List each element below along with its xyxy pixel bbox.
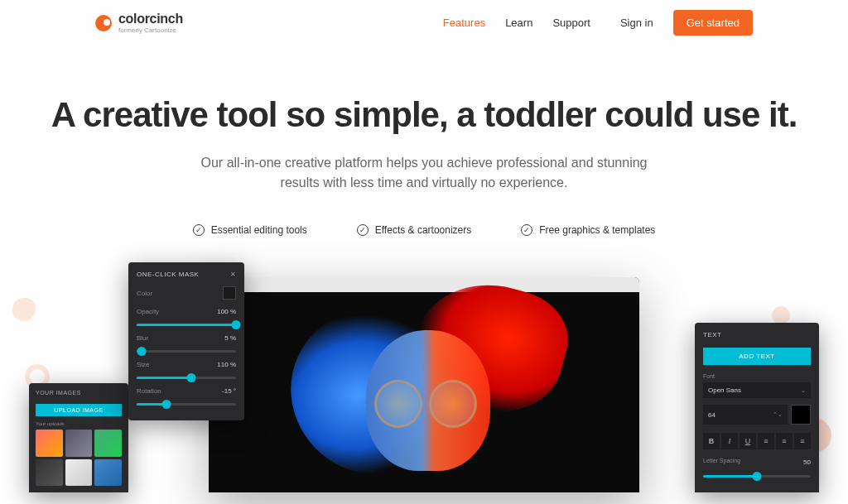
portrait-artwork — [267, 285, 581, 492]
feature-list: Essential editing tools Effects & cartoo… — [50, 224, 798, 236]
mask-color-label: Color — [137, 290, 152, 297]
logo[interactable]: colorcinch formerly Cartoonize — [95, 12, 183, 34]
upload-image-button[interactable]: UPLOAD IMAGE — [36, 404, 122, 416]
mask-rotation-label: Rotation — [137, 387, 161, 395]
image-thumbnail[interactable] — [65, 430, 93, 457]
bold-button[interactable]: B — [703, 433, 720, 449]
close-icon[interactable]: ✕ — [230, 271, 237, 278]
rotation-slider[interactable] — [137, 403, 236, 406]
check-icon — [521, 224, 532, 236]
font-select[interactable]: Open Sans ⌄ — [703, 382, 811, 398]
feature-label: Free graphics & templates — [539, 224, 655, 236]
mask-size-value: 110 % — [217, 361, 236, 368]
feature-label: Essential editing tools — [211, 224, 307, 236]
canvas[interactable] — [209, 292, 639, 492]
chevron-down-icon: ⌄ — [801, 387, 806, 394]
italic-button[interactable]: I — [721, 433, 738, 449]
nav-learn[interactable]: Learn — [505, 17, 532, 29]
hero-title: A creative tool so simple, a toddler cou… — [50, 95, 798, 135]
main-nav: Features Learn Support Sign in Get start… — [443, 10, 753, 36]
hero-subtitle: Our all-in-one creative platform helps y… — [192, 153, 656, 193]
site-header: colorcinch formerly Cartoonize Features … — [0, 0, 848, 46]
images-panel: YOUR IMAGES UPLOAD IMAGE Your uploads — [29, 383, 128, 492]
font-size-input[interactable]: 64 ⌃⌄ — [703, 405, 788, 425]
letter-spacing-slider[interactable] — [703, 475, 811, 478]
mask-opacity-label: Opacity — [137, 308, 159, 315]
align-right-button[interactable]: ≡ — [794, 433, 811, 449]
feature-item: Effects & cartoonizers — [357, 224, 472, 236]
text-panel: TEXT ADD TEXT Font Open Sans ⌄ 64 ⌃⌄ B I… — [695, 323, 819, 492]
get-started-button[interactable]: Get started — [673, 10, 753, 36]
image-thumbnail[interactable] — [36, 459, 63, 487]
mask-panel: ONE-CLICK MASK ✕ Color Opacity100 % Blur… — [128, 262, 244, 420]
font-size-value: 64 — [708, 411, 716, 419]
mask-opacity-value: 100 % — [217, 308, 236, 315]
opacity-slider[interactable] — [137, 324, 236, 326]
color-swatch[interactable] — [223, 286, 236, 300]
mask-size-label: Size — [137, 361, 150, 368]
image-thumbnail[interactable] — [65, 459, 93, 487]
align-left-button[interactable]: ≡ — [758, 433, 774, 449]
image-thumbnail[interactable] — [94, 430, 122, 457]
feature-label: Effects & cartoonizers — [375, 224, 472, 236]
thumbnail-grid — [36, 430, 122, 486]
underline-button[interactable]: U — [740, 433, 756, 449]
nav-features[interactable]: Features — [443, 17, 485, 29]
add-text-button[interactable]: ADD TEXT — [703, 348, 811, 365]
editor-canvas-window — [209, 277, 639, 492]
images-panel-title: YOUR IMAGES — [36, 390, 122, 396]
check-icon — [357, 224, 369, 236]
nav-signin[interactable]: Sign in — [620, 17, 653, 29]
size-slider[interactable] — [137, 377, 236, 379]
hero-section: A creative tool so simple, a toddler cou… — [0, 95, 848, 236]
check-icon — [193, 224, 205, 236]
brand-name: colorcinch — [118, 12, 183, 26]
nav-support[interactable]: Support — [552, 17, 590, 29]
stepper-icon: ⌃⌄ — [773, 411, 783, 418]
blur-slider[interactable] — [137, 350, 236, 353]
mask-rotation-value: -15 ° — [222, 387, 236, 395]
logo-icon — [95, 15, 112, 31]
image-thumbnail[interactable] — [94, 459, 122, 487]
letter-spacing-value: 50 — [803, 458, 811, 466]
uploads-label: Your uploads — [36, 421, 122, 426]
feature-item: Essential editing tools — [193, 224, 307, 236]
mask-panel-title: ONE-CLICK MASK — [137, 271, 199, 278]
mask-blur-label: Blur — [137, 334, 148, 342]
feature-item: Free graphics & templates — [521, 224, 655, 236]
mask-blur-value: 5 % — [224, 334, 236, 342]
align-center-button[interactable]: ≡ — [776, 433, 793, 449]
font-label: Font — [703, 373, 811, 379]
font-value: Open Sans — [708, 386, 741, 394]
image-thumbnail[interactable] — [36, 430, 63, 457]
text-color-swatch[interactable] — [791, 405, 811, 425]
text-panel-title: TEXT — [703, 331, 811, 338]
letter-spacing-label: Letter Spacing — [703, 458, 740, 463]
editor-preview: ONE-CLICK MASK ✕ Color Opacity100 % Blur… — [0, 277, 848, 492]
brand-subtitle: formerly Cartoonize — [118, 26, 183, 34]
